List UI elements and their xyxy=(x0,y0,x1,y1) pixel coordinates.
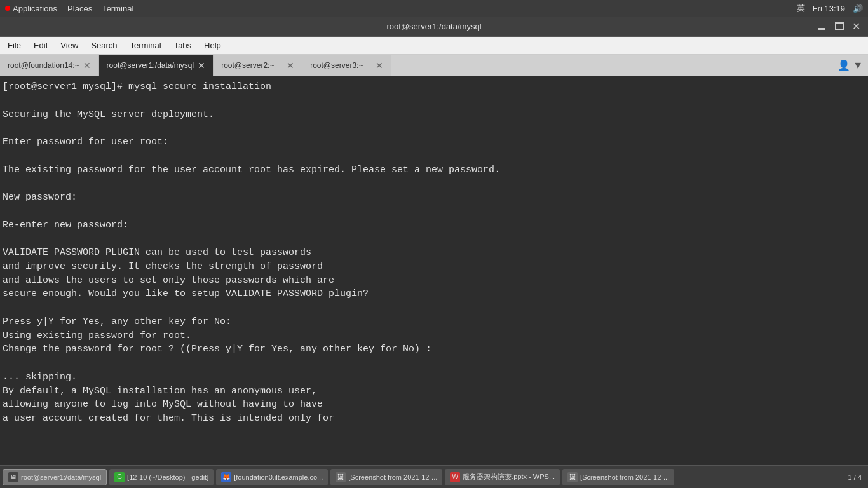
taskbar-label-1: [12-10 (~/Desktop) - gedit] xyxy=(127,473,208,481)
volume-icon[interactable]: 🔊 xyxy=(853,4,863,13)
menu-tabs[interactable]: Tabs xyxy=(169,39,196,51)
menu-edit[interactable]: Edit xyxy=(29,39,53,51)
taskbar-label-4: 服务器架构演变.pptx - WPS... xyxy=(463,472,555,482)
taskbar-icon-0: 🖥 xyxy=(8,472,18,482)
terminal-content[interactable]: [root@server1 mysql]# mysql_secure_insta… xyxy=(0,76,868,488)
taskbar-label-3: [Screenshot from 2021-12-... xyxy=(348,473,437,481)
taskbar-item-4[interactable]: W 服务器架构演变.pptx - WPS... xyxy=(445,469,560,485)
taskbar-icon-3: 🖼 xyxy=(336,472,346,482)
taskbar-label-2: [foundation0.ilt.example.co... xyxy=(234,473,323,481)
tabs-bar: root@foundation14:~ ✕ root@server1:/data… xyxy=(0,55,868,76)
apps-dot-icon xyxy=(5,6,10,11)
menu-help[interactable]: Help xyxy=(199,39,226,51)
menu-bar: File Edit View Search Terminal Tabs Help xyxy=(0,37,868,55)
tabs-bar-end: 👤 ▼ xyxy=(832,55,868,76)
menu-file[interactable]: File xyxy=(3,39,26,51)
tab-2[interactable]: root@server2:~ ✕ xyxy=(214,55,302,76)
tab-1[interactable]: root@server1:/data/mysql ✕ xyxy=(99,55,214,76)
places-menu[interactable]: Places xyxy=(67,4,92,13)
applications-label[interactable]: Applications xyxy=(13,4,57,13)
taskbar-item-0[interactable]: 🖥 root@server1:/data/mysql xyxy=(3,469,107,485)
taskbar-item-5[interactable]: 🖼 [Screenshot from 2021-12-... xyxy=(562,469,674,485)
language-indicator[interactable]: 英 xyxy=(797,3,805,14)
minimize-button[interactable]: 🗕 xyxy=(814,21,829,32)
tab-1-label: root@server1:/data/mysql xyxy=(107,61,194,70)
tab-user-icon[interactable]: 👤 xyxy=(837,59,850,71)
system-bar-left: Applications Places Terminal xyxy=(5,4,133,13)
maximize-button[interactable]: 🗖 xyxy=(832,21,847,32)
taskbar-label-0: root@server1:/data/mysql xyxy=(21,473,101,481)
taskbar-icon-1: G xyxy=(114,472,125,482)
title-bar: root@server1:/data/mysql 🗕 🗖 ✕ xyxy=(0,17,868,37)
window-controls: 🗕 🗖 ✕ xyxy=(814,20,863,32)
terminal-menu[interactable]: Terminal xyxy=(102,4,133,13)
taskbar-page-indicator: 1 / 4 xyxy=(848,473,865,481)
system-bar-right: 英 Fri 13:19 🔊 xyxy=(797,3,863,14)
menu-terminal[interactable]: Terminal xyxy=(125,39,166,51)
menu-view[interactable]: View xyxy=(55,39,83,51)
tab-3-label: root@server3:~ xyxy=(310,61,363,70)
tab-0-label: root@foundation14:~ xyxy=(8,61,79,70)
tab-3[interactable]: root@server3:~ ✕ xyxy=(302,55,391,76)
tab-0-close[interactable]: ✕ xyxy=(83,60,91,71)
terminal-window: root@server1:/data/mysql 🗕 🗖 ✕ File Edit… xyxy=(0,17,868,488)
datetime-display: Fri 13:19 xyxy=(813,4,845,13)
close-button[interactable]: ✕ xyxy=(850,20,863,32)
window-title: root@server1:/data/mysql xyxy=(386,22,481,31)
taskbar-item-3[interactable]: 🖼 [Screenshot from 2021-12-... xyxy=(330,469,442,485)
tab-2-label: root@server2:~ xyxy=(221,61,274,70)
tab-1-close[interactable]: ✕ xyxy=(198,60,205,71)
menu-search[interactable]: Search xyxy=(86,39,122,51)
apps-menu[interactable]: Applications xyxy=(5,4,57,13)
system-bar: Applications Places Terminal 英 Fri 13:19… xyxy=(0,0,868,17)
tab-3-close[interactable]: ✕ xyxy=(376,60,383,71)
tab-2-close[interactable]: ✕ xyxy=(287,60,294,71)
taskbar-icon-2: 🦊 xyxy=(221,472,231,482)
tab-dropdown-icon[interactable]: ▼ xyxy=(853,60,863,71)
taskbar: 🖥 root@server1:/data/mysql G [12-10 (~/D… xyxy=(0,465,868,488)
taskbar-icon-4: W xyxy=(450,472,460,482)
taskbar-item-1[interactable]: G [12-10 (~/Desktop) - gedit] xyxy=(109,469,214,485)
taskbar-label-5: [Screenshot from 2021-12-... xyxy=(580,473,669,481)
taskbar-item-2[interactable]: 🦊 [foundation0.ilt.example.co... xyxy=(216,469,328,485)
tab-0[interactable]: root@foundation14:~ ✕ xyxy=(0,55,99,76)
taskbar-icon-5: 🖼 xyxy=(567,472,578,482)
